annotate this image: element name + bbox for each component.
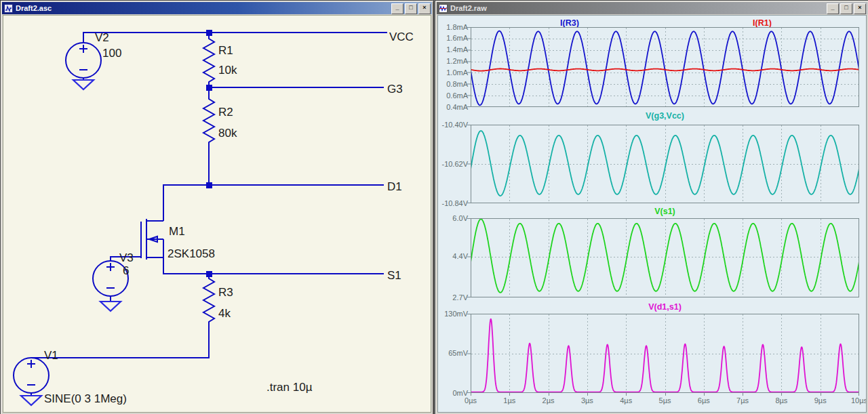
- x-axis-label: 8µs: [766, 396, 796, 405]
- y-axis-label: 1.4mA: [438, 45, 468, 54]
- ground-icon[interactable]: [73, 80, 94, 89]
- y-axis-label: 2.7V: [438, 293, 468, 302]
- label-r1-value[interactable]: 10k: [218, 64, 237, 77]
- waveform-window-title: Draft2.raw: [450, 4, 487, 12]
- y-axis-label: 0.6mA: [438, 91, 468, 100]
- schematic-canvas[interactable]: V2 100 VCC R1 10k G3 R2 80k D1 M1 2SK105…: [3, 15, 431, 413]
- trace-V(d1,s1): [471, 319, 859, 392]
- y-axis-label: 1.8mA: [438, 23, 468, 31]
- label-r3-name[interactable]: R3: [218, 286, 233, 299]
- schematic-window-title: Draft2.asc: [16, 4, 52, 12]
- x-axis-label: 2µs: [534, 396, 564, 405]
- label-v1-name[interactable]: V1: [44, 349, 58, 362]
- label-v3-value[interactable]: 6: [123, 264, 129, 277]
- net-label-d1[interactable]: D1: [387, 180, 402, 193]
- resistor-R2[interactable]: [203, 87, 214, 146]
- label-v1-value[interactable]: SINE(0 3 1Meg): [44, 392, 127, 405]
- ground-icon[interactable]: [21, 396, 41, 405]
- y-axis-label: 130mV: [438, 310, 468, 318]
- y-axis-label: 4.4V: [438, 252, 468, 260]
- y-axis-label: 0.4mA: [438, 103, 468, 111]
- x-axis-label: 7µs: [728, 396, 757, 405]
- net-label-vcc[interactable]: VCC: [389, 30, 414, 43]
- label-r2-value[interactable]: 80k: [218, 127, 237, 140]
- y-axis-label: -10.40V: [438, 121, 468, 129]
- trace-label-V(d1,s1)[interactable]: V(d1,s1): [648, 302, 682, 312]
- trace-V(g3,Vcc): [471, 131, 859, 196]
- waveform-icon: [439, 4, 448, 13]
- x-axis-label: 6µs: [689, 396, 719, 405]
- y-axis-label: 1.6mA: [438, 34, 468, 42]
- y-axis-label: 1.2mA: [438, 57, 468, 65]
- label-v3-name[interactable]: V3: [119, 251, 134, 264]
- trace-label-I(R1)[interactable]: I(R1): [753, 18, 772, 28]
- x-axis-label: 10µs: [844, 396, 867, 405]
- y-axis-label: 0mV: [438, 389, 468, 397]
- close-button[interactable]: ×: [418, 3, 431, 14]
- x-axis-label: 4µs: [611, 396, 641, 405]
- y-axis-label: -10.84V: [438, 199, 468, 207]
- ground-icon[interactable]: [100, 302, 121, 311]
- trace-label-V(s1)[interactable]: V(s1): [654, 207, 675, 216]
- y-axis-label: -10.62V: [438, 160, 468, 168]
- x-axis-label: 3µs: [572, 396, 602, 405]
- trace-label-V(g3,Vcc)[interactable]: V(g3,Vcc): [646, 111, 684, 121]
- trace-V(s1): [471, 219, 859, 293]
- y-axis-label: 65mV: [438, 349, 468, 357]
- waveform-window: Draft2.raw _ □ × I(R3)I(R1)1.8mA1.6mA1.4…: [435, 0, 868, 414]
- maximize-button[interactable]: □: [405, 3, 417, 14]
- plot-pane-1[interactable]: [467, 27, 861, 108]
- x-axis-label: 9µs: [806, 396, 835, 405]
- resistor-R1[interactable]: [203, 33, 214, 87]
- plot-pane-4[interactable]: [467, 314, 861, 397]
- mosfet-M1[interactable]: [141, 219, 163, 260]
- x-axis-label: 5µs: [650, 396, 680, 405]
- y-axis-label: 6.0V: [438, 214, 468, 222]
- spice-directive[interactable]: .tran 10µ: [267, 381, 313, 394]
- label-m1-model[interactable]: 2SK1058: [167, 247, 215, 260]
- net-label-g3[interactable]: G3: [387, 83, 403, 96]
- ltspice-schematic-icon: [4, 4, 13, 13]
- trace-label-I(R3)[interactable]: I(R3): [560, 18, 579, 28]
- schematic-window: Draft2.asc _ □ ×: [0, 0, 434, 414]
- waveform-plot-area[interactable]: I(R3)I(R1)1.8mA1.6mA1.4mA1.2mA1.0mA0.8mA…: [437, 15, 867, 413]
- close-button[interactable]: ×: [854, 3, 866, 14]
- trace-I(R3): [471, 31, 859, 106]
- label-r3-value[interactable]: 4k: [218, 307, 231, 320]
- plot-pane-2[interactable]: [467, 125, 861, 204]
- x-axis-label: 1µs: [494, 396, 524, 405]
- label-v2-value[interactable]: 100: [102, 47, 121, 60]
- minimize-button[interactable]: _: [827, 3, 839, 14]
- waveform-titlebar[interactable]: Draft2.raw _ □ ×: [437, 2, 867, 14]
- x-axis-label: 0µs: [456, 396, 486, 405]
- minimize-button[interactable]: _: [391, 3, 403, 14]
- voltage-source-V2[interactable]: [66, 43, 101, 78]
- y-axis-label: 0.8mA: [438, 80, 468, 88]
- ground-symbols[interactable]: [21, 80, 121, 405]
- plot-pane-3[interactable]: [467, 218, 861, 298]
- y-axis-label: 1.0mA: [438, 68, 468, 77]
- schematic-titlebar[interactable]: Draft2.asc _ □ ×: [2, 2, 432, 14]
- maximize-button[interactable]: □: [840, 3, 852, 14]
- net-label-s1[interactable]: S1: [387, 269, 401, 282]
- label-r2-name[interactable]: R2: [218, 106, 233, 119]
- label-v2-name[interactable]: V2: [95, 31, 109, 44]
- resistor-R3[interactable]: [203, 274, 214, 326]
- label-r1-name[interactable]: R1: [218, 44, 233, 57]
- schematic-drawing[interactable]: V2 100 VCC R1 10k G3 R2 80k D1 M1 2SK105…: [3, 16, 431, 413]
- label-m1-name[interactable]: M1: [169, 225, 185, 238]
- voltage-source-V1[interactable]: [14, 358, 49, 393]
